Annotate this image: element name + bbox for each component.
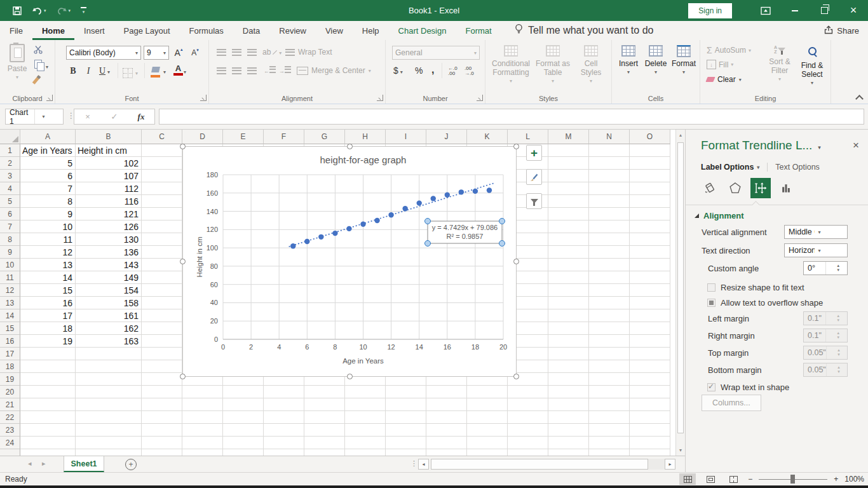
cell-C9[interactable] — [142, 246, 182, 259]
cell-C15[interactable] — [142, 322, 182, 335]
chart-handle-top-center[interactable] — [347, 144, 353, 149]
chart-filters-button[interactable] — [526, 193, 542, 209]
cell-B20[interactable] — [76, 386, 142, 398]
font-color-button[interactable]: A — [173, 64, 183, 76]
cell-B23[interactable] — [76, 424, 142, 437]
cell-O8[interactable] — [630, 233, 670, 246]
tab-review[interactable]: Review — [269, 21, 316, 40]
row-header-14[interactable]: 14 — [0, 309, 20, 322]
cell-A23[interactable] — [20, 424, 76, 437]
cell-D22[interactable] — [182, 411, 223, 424]
formula-input[interactable] — [159, 109, 864, 125]
column-header-C[interactable]: C — [142, 130, 182, 144]
cell-C2[interactable] — [142, 157, 182, 170]
name-box[interactable]: Chart 1▾ — [5, 109, 64, 125]
chart-svg[interactable]: 0246810121416182002040608010012014016018… — [183, 147, 516, 376]
size-properties-tab-icon[interactable] — [750, 178, 771, 198]
close-button[interactable]: × — [839, 0, 868, 21]
sign-in-button[interactable]: Sign in — [688, 3, 732, 18]
cell-B8[interactable]: 130 — [76, 233, 142, 246]
row-header-19[interactable]: 19 — [0, 373, 20, 386]
cell-L20[interactable] — [508, 386, 548, 398]
cell-B17[interactable] — [76, 348, 142, 360]
cell-M18[interactable] — [548, 360, 589, 373]
cell-A11[interactable]: 14 — [20, 271, 76, 284]
find-select-button[interactable]: Find & Select▾ — [797, 45, 827, 88]
cell-N21[interactable] — [589, 398, 630, 411]
cell-N25[interactable] — [589, 449, 630, 456]
cell-I21[interactable] — [386, 398, 426, 411]
cell-L21[interactable] — [508, 398, 548, 411]
cell-D25[interactable] — [182, 449, 223, 456]
horizontal-scrollbar[interactable] — [431, 459, 665, 470]
cell-O5[interactable] — [630, 195, 670, 208]
vertical-alignment-dropdown[interactable]: Middle Ce...▾ — [784, 225, 848, 239]
tab-formulas[interactable]: Formulas — [180, 21, 233, 40]
cell-M14[interactable] — [548, 309, 589, 322]
cell-K20[interactable] — [467, 386, 508, 398]
save-icon[interactable] — [13, 6, 22, 15]
tab-data[interactable]: Data — [233, 21, 269, 40]
cell-F20[interactable] — [264, 386, 304, 398]
share-button[interactable]: Share — [824, 21, 859, 40]
cell-M4[interactable] — [548, 182, 589, 195]
cell-J24[interactable] — [426, 437, 467, 449]
percent-style-button[interactable]: % — [415, 65, 423, 76]
cell-M5[interactable] — [548, 195, 589, 208]
cell-D21[interactable] — [182, 398, 223, 411]
cell-N16[interactable] — [589, 335, 630, 348]
cell-I20[interactable] — [386, 386, 426, 398]
row-header-13[interactable]: 13 — [0, 297, 20, 309]
cell-J23[interactable] — [426, 424, 467, 437]
cell-N20[interactable] — [589, 386, 630, 398]
shrink-font-button[interactable]: A▾ — [189, 46, 201, 60]
insert-cells-button[interactable]: Insert▾ — [616, 45, 641, 77]
cell-G25[interactable] — [304, 449, 345, 456]
cell-O4[interactable] — [630, 182, 670, 195]
cell-N6[interactable] — [589, 208, 630, 220]
fill-line-tab-icon[interactable] — [700, 178, 720, 198]
tab-page-layout[interactable]: Page Layout — [114, 21, 180, 40]
cell-O2[interactable] — [630, 157, 670, 170]
underline-caret-icon[interactable]: ▾ — [107, 69, 110, 75]
row-header-7[interactable]: 7 — [0, 220, 20, 233]
cell-O14[interactable] — [630, 309, 670, 322]
cell-O15[interactable] — [630, 322, 670, 335]
cell-H20[interactable] — [345, 386, 386, 398]
sheet-tab-sheet1[interactable]: Sheet1 — [64, 456, 104, 472]
chart-handle-top-left[interactable] — [180, 144, 186, 149]
cell-N24[interactable] — [589, 437, 630, 449]
cell-A13[interactable]: 16 — [20, 297, 76, 309]
cell-O18[interactable] — [630, 360, 670, 373]
cell-B1[interactable]: Height in cm — [76, 144, 142, 157]
row-header-10[interactable]: 10 — [0, 259, 20, 271]
cell-G20[interactable] — [304, 386, 345, 398]
tab-file[interactable]: File — [0, 21, 32, 40]
cell-A21[interactable] — [20, 398, 76, 411]
cell-C20[interactable] — [142, 386, 182, 398]
format-cells-button[interactable]: Format▾ — [670, 45, 697, 77]
cell-A6[interactable]: 9 — [20, 208, 76, 220]
cell-N13[interactable] — [589, 297, 630, 309]
cell-A7[interactable]: 10 — [20, 220, 76, 233]
cell-A20[interactable] — [20, 386, 76, 398]
cell-N11[interactable] — [589, 271, 630, 284]
fill-color-caret-icon[interactable]: ▾ — [163, 69, 166, 75]
column-header-H[interactable]: H — [345, 130, 386, 144]
cell-N12[interactable] — [589, 284, 630, 297]
cell-M16[interactable] — [548, 335, 589, 348]
cell-M10[interactable] — [548, 259, 589, 271]
cell-F21[interactable] — [264, 398, 304, 411]
label-handle[interactable] — [499, 241, 505, 247]
trendline-options-tab-icon[interactable] — [776, 178, 796, 198]
cell-M8[interactable] — [548, 233, 589, 246]
column-header-N[interactable]: N — [589, 130, 630, 144]
cell-D23[interactable] — [182, 424, 223, 437]
custom-angle-spinner[interactable]: 0°▲▼ — [803, 261, 848, 275]
page-break-view-button[interactable] — [725, 473, 742, 485]
cell-M15[interactable] — [548, 322, 589, 335]
column-header-D[interactable]: D — [182, 130, 223, 144]
zoom-level[interactable]: 100% — [844, 475, 864, 484]
chart-handle-mid-left[interactable] — [180, 259, 186, 264]
name-box-caret-icon[interactable]: ▾ — [34, 109, 64, 124]
